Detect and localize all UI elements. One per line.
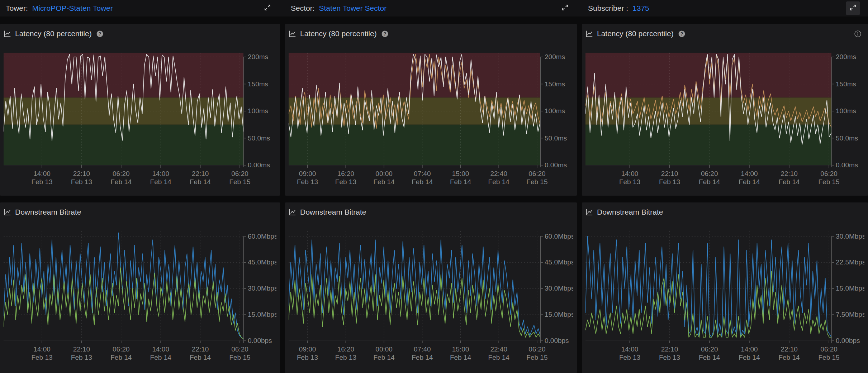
- svg-text:06:20: 06:20: [528, 345, 546, 353]
- subscriber-expand-button[interactable]: [846, 1, 860, 15]
- svg-text:22.5Mbps: 22.5Mbps: [836, 258, 864, 266]
- svg-text:Feb 15: Feb 15: [229, 178, 250, 185]
- svg-text:14:00: 14:00: [741, 345, 758, 353]
- line-chart-icon: [289, 208, 297, 216]
- svg-text:Feb 13: Feb 13: [31, 354, 52, 361]
- svg-text:Feb 13: Feb 13: [659, 178, 680, 185]
- line-chart-icon: [289, 30, 297, 38]
- help-icon[interactable]: ?: [381, 30, 389, 38]
- svg-text:Feb 14: Feb 14: [699, 354, 720, 361]
- svg-text:0.00ms: 0.00ms: [248, 161, 270, 169]
- svg-text:Feb 13: Feb 13: [31, 178, 52, 185]
- svg-text:14:00: 14:00: [33, 170, 51, 177]
- svg-text:50.0ms: 50.0ms: [248, 134, 270, 142]
- svg-text:150ms: 150ms: [248, 80, 268, 88]
- tower-label: Tower:: [6, 4, 28, 13]
- tower-link[interactable]: MicroPOP-Staten Tower: [32, 4, 113, 13]
- sector-link[interactable]: Staten Tower Sector: [319, 4, 387, 13]
- svg-text:0.00ms: 0.00ms: [836, 161, 858, 169]
- subscriber-header: Subscriber : 1375: [588, 0, 649, 16]
- tower-header: Tower: MicroPOP-Staten Tower: [6, 0, 113, 16]
- svg-text:15.0Mbps: 15.0Mbps: [545, 311, 573, 318]
- svg-text:Feb 14: Feb 14: [374, 354, 395, 361]
- svg-text:100ms: 100ms: [836, 107, 856, 115]
- svg-text:22:10: 22:10: [192, 345, 209, 353]
- svg-text:Feb 13: Feb 13: [297, 178, 318, 185]
- subscriber-link[interactable]: 1375: [632, 4, 649, 13]
- svg-text:09:00: 09:00: [299, 345, 316, 353]
- panel-title: Latency (80 percentile): [597, 29, 674, 38]
- svg-text:Feb 14: Feb 14: [778, 178, 800, 185]
- svg-text:00:00: 00:00: [375, 345, 393, 353]
- svg-text:14:00: 14:00: [741, 170, 758, 177]
- line-chart-icon: [4, 208, 11, 216]
- svg-text:06:20: 06:20: [113, 170, 130, 177]
- svg-text:Feb 14: Feb 14: [150, 178, 172, 185]
- help-icon[interactable]: ?: [96, 30, 104, 38]
- svg-text:Feb 14: Feb 14: [190, 178, 211, 185]
- svg-text:0.00ms: 0.00ms: [545, 161, 567, 169]
- subscriber-latency-chart[interactable]: 200ms150ms100ms50.0ms0.00ms14:00Feb 1322…: [585, 53, 864, 185]
- svg-text:30.0Mbps: 30.0Mbps: [545, 284, 573, 292]
- sector-label: Sector:: [291, 4, 315, 13]
- svg-text:Feb 15: Feb 15: [526, 178, 547, 185]
- svg-text:50.0ms: 50.0ms: [836, 134, 858, 142]
- svg-text:06:20: 06:20: [820, 170, 838, 177]
- svg-text:Feb 13: Feb 13: [659, 354, 680, 361]
- svg-text:Feb 14: Feb 14: [150, 354, 172, 361]
- panel-title-row: Downstream Bitrate: [4, 207, 276, 217]
- svg-text:7.50Mbps: 7.50Mbps: [836, 311, 864, 318]
- svg-text:Feb 13: Feb 13: [619, 178, 640, 185]
- tower-expand-button[interactable]: [261, 1, 274, 15]
- info-icon[interactable]: [854, 30, 862, 38]
- svg-text:14:00: 14:00: [33, 345, 51, 353]
- svg-text:22:40: 22:40: [490, 170, 507, 177]
- svg-text:06:20: 06:20: [113, 345, 130, 353]
- sector-latency-chart[interactable]: 200ms150ms100ms50.0ms0.00ms09:00Feb 1316…: [289, 53, 573, 185]
- svg-text:22:10: 22:10: [661, 345, 678, 353]
- svg-text:?: ?: [383, 31, 386, 37]
- svg-text:16:20: 16:20: [337, 345, 355, 353]
- svg-text:45.0Mbps: 45.0Mbps: [545, 258, 573, 266]
- help-icon[interactable]: ?: [678, 30, 686, 38]
- svg-text:22:40: 22:40: [490, 345, 507, 353]
- svg-text:06:20: 06:20: [820, 345, 838, 353]
- svg-text:22:10: 22:10: [192, 170, 209, 177]
- svg-text:Feb 15: Feb 15: [819, 178, 840, 185]
- subscriber-downstream-chart[interactable]: 30.0Mbps22.5Mbps15.0Mbps7.50Mbps0.00bps1…: [585, 231, 864, 361]
- tower-latency-panel: Latency (80 percentile) ? 200ms150ms100m…: [0, 24, 280, 196]
- expand-icon: [849, 4, 857, 13]
- svg-text:15.0Mbps: 15.0Mbps: [836, 284, 864, 292]
- svg-text:Feb 13: Feb 13: [335, 354, 356, 361]
- svg-text:Feb 14: Feb 14: [488, 178, 510, 185]
- svg-text:200ms: 200ms: [545, 53, 565, 61]
- svg-text:14:00: 14:00: [621, 170, 639, 177]
- svg-text:Feb 13: Feb 13: [71, 354, 92, 361]
- svg-text:Feb 14: Feb 14: [739, 354, 760, 361]
- svg-text:?: ?: [98, 31, 101, 37]
- tower-downstream-panel: Downstream Bitrate 60.0Mbps45.0Mbps30.0M…: [0, 202, 280, 373]
- svg-text:Feb 13: Feb 13: [619, 354, 640, 361]
- svg-text:Feb 14: Feb 14: [412, 178, 433, 185]
- panel-title-row: Downstream Bitrate: [289, 207, 573, 217]
- svg-text:Feb 14: Feb 14: [110, 354, 132, 361]
- svg-text:45.0Mbps: 45.0Mbps: [248, 258, 276, 266]
- sector-downstream-chart[interactable]: 60.0Mbps45.0Mbps30.0Mbps15.0Mbps0.00bps0…: [289, 231, 573, 361]
- svg-text:150ms: 150ms: [836, 80, 856, 88]
- subscriber-downstream-panel: Downstream Bitrate 30.0Mbps22.5Mbps15.0M…: [582, 202, 868, 373]
- svg-text:Feb 13: Feb 13: [297, 354, 318, 361]
- sector-expand-button[interactable]: [558, 1, 572, 15]
- svg-text:14:00: 14:00: [152, 170, 169, 177]
- svg-text:06:20: 06:20: [231, 170, 248, 177]
- tower-latency-chart[interactable]: 200ms150ms100ms50.0ms0.00ms14:00Feb 1322…: [4, 53, 276, 185]
- svg-text:07:40: 07:40: [414, 170, 431, 177]
- panel-title: Latency (80 percentile): [300, 29, 377, 38]
- panel-title-row: Latency (80 percentile) ?: [4, 28, 276, 39]
- svg-text:60.0Mbps: 60.0Mbps: [545, 233, 573, 240]
- svg-text:15:00: 15:00: [452, 170, 469, 177]
- sector-header: Sector: Staten Tower Sector: [291, 0, 386, 16]
- top-bar: Tower: MicroPOP-Staten Tower Sector: Sta…: [0, 0, 868, 16]
- svg-text:14:00: 14:00: [152, 345, 169, 353]
- tower-downstream-chart[interactable]: 60.0Mbps45.0Mbps30.0Mbps15.0Mbps0.00bps1…: [4, 231, 276, 361]
- panel-title: Downstream Bitrate: [300, 208, 366, 216]
